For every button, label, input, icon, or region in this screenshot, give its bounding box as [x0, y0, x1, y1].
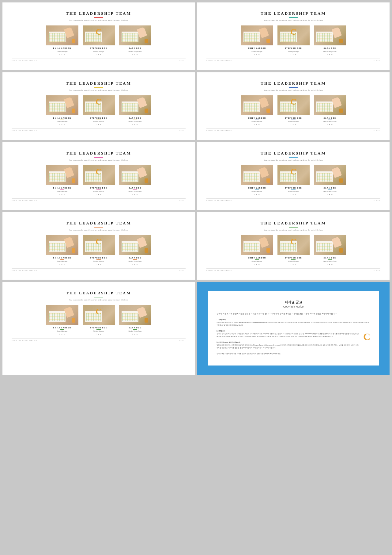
sara-social-7: f ✦ in [119, 263, 151, 265]
slide-3-title: THE LEADERSHIP TEAM [12, 81, 186, 86]
sara-social-4: f ✦ in [314, 124, 346, 125]
emily-line-9 [60, 329, 64, 330]
emily-social-8: f ✦ in [241, 263, 273, 265]
emily-line-7 [60, 259, 64, 260]
stephen-social-6: f ✦ in [277, 193, 310, 195]
copyright-section-3-text: 3. 이미지(Image) & 미디어(Brand) 강의나 내의 이미지는 저… [217, 341, 370, 349]
footer-brand-2: BUSINESS PRESENTATION [206, 60, 232, 62]
slide-6: THE LEADERSHIP TEAM You can describe som… [197, 142, 390, 210]
slide-8-subtitle: You can describe something short and nar… [206, 229, 380, 231]
footer-brand-7: BUSINESS PRESENTATION [12, 270, 37, 271]
slide-5: THE LEADERSHIP TEAM You can describe som… [2, 142, 195, 210]
sara-social-6: f ✦ in [314, 193, 346, 195]
slide-2-underline [289, 17, 298, 18]
slide-6-title: THE LEADERSHIP TEAM [206, 151, 380, 156]
emily-social-2: f ✦ in [241, 54, 273, 56]
facebook-icon: f [132, 54, 133, 56]
stephen-line-2 [291, 50, 296, 50]
slide-7-title: THE LEADERSHIP TEAM [12, 221, 186, 226]
copyright-section-1: 1. 서체(Font) 강의나 책의 슬라이드 전 서체와 출판물에 사용하신(… [217, 318, 370, 327]
slide-9: THE LEADERSHIP TEAM You can describe som… [2, 282, 195, 375]
footer-slide-3: SLIDE 3 [179, 130, 186, 132]
stephen-social-9: f ✦ in [83, 333, 115, 335]
sara-name-8: SARA DOE [314, 257, 346, 259]
slide-8-footer: BUSINESS PRESENTATION SLIDE 8 [206, 268, 380, 271]
member-sara-4: SARA DOE Head of Design Team f ✦ in [314, 95, 346, 125]
footer-slide-1: SLIDE 1 [179, 60, 186, 62]
emily-name-3: EMILY LARSON [46, 117, 78, 119]
slide-9-team: EMILY LARSON General Manager f ✦ in C ST… [12, 305, 186, 335]
slide-5-subtitle: You can describe something short and nar… [12, 159, 186, 161]
stephen-title-1: Advising Manager [83, 51, 115, 52]
sara-photo-8 [314, 235, 346, 255]
sara-title-7: Head of Design Team [119, 261, 151, 262]
member-emily-4: EMILY LARSON General Manager f ✦ in [241, 95, 273, 125]
slide-1-underline [94, 17, 103, 18]
slide-1-footer: BUSINESS PRESENTATION SLIDE 1 [12, 59, 186, 62]
emily-title-7: General Manager [46, 261, 78, 262]
sara-title-2: Head of Design Team [314, 51, 346, 52]
stephen-line-9 [96, 329, 101, 330]
slide-3-footer: BUSINESS PRESENTATION SLIDE 3 [12, 128, 186, 132]
emily-photo-9 [46, 305, 78, 325]
emily-name-5: EMILY LARSON [46, 187, 78, 189]
copyright-title-korean: 저작권 공고 [217, 300, 370, 304]
copyright-section-2-text: 2. 폰트(font) C 강의나 같이 감사하고 어떻게 프레임을 느끼는데 … [217, 330, 370, 338]
slide-5-team: EMILY LARSON General Manager f ✦ in C ST… [12, 165, 186, 195]
member-stephen-4: C STEPHEN DOE Advising Manager f ✦ in [277, 95, 310, 125]
sara-social-3: f ✦ in [119, 124, 151, 125]
stephen-line-7 [96, 259, 101, 260]
stephen-photo-1: C [83, 25, 115, 45]
sara-name-5: SARA DOE [119, 187, 151, 189]
sara-photo-7 [119, 235, 151, 255]
stephen-line-6 [291, 189, 296, 190]
sara-social-1: f ✦ in [119, 54, 151, 56]
sara-line-7 [133, 259, 137, 260]
sara-line-2 [328, 50, 332, 50]
sara-social-5: f ✦ in [119, 193, 151, 195]
copyright-title-english: Copyright Notice [217, 305, 370, 308]
sara-title-1: Head of Design Team [119, 51, 151, 52]
copyright-c-logo: C [363, 328, 370, 346]
emily-title-5: General Manager [46, 191, 78, 192]
footer-brand-9: BUSINESS PRESENTATION [12, 340, 37, 341]
member-sara-9: SARA DOE Head of Design Team f ✦ in [119, 305, 151, 335]
sara-name-1: SARA DOE [119, 47, 151, 49]
facebook-icon: f [59, 54, 60, 56]
sara-photo-9 [119, 305, 151, 325]
sara-line-9 [133, 329, 137, 330]
emily-title-1: General Manager [46, 51, 78, 52]
member-stephen-1: C STEPHEN DOE Advising Manager f ✦ in [83, 25, 115, 56]
twitter-icon: ✦ [98, 54, 99, 56]
emily-photo-6 [241, 165, 273, 185]
member-stephen-9: C STEPHEN DOE Advising Manager f ✦ in [83, 305, 115, 335]
copyright-slide: 저작권 공고 Copyright Notice 강의나 책을 쓰셔서 잘 알려지… [197, 282, 390, 375]
sara-photo-5 [119, 165, 151, 185]
sara-photo-2 [314, 25, 346, 45]
member-emily-1: EMILY LARSON General Manager f ✦ in [46, 25, 78, 56]
section-1-body: 강의나 책의 슬라이드 전 서체와 출판물에 사용하신(Content+nonb… [217, 321, 369, 326]
slide-1: THE LEADERSHIP TEAM You can describe som… [2, 2, 195, 70]
copyright-section-2: 2. 폰트(font) C 강의나 같이 감사하고 어떻게 프레임을 느끼는데 … [217, 330, 370, 338]
copyright-section-3: 3. 이미지(Image) & 미디어(Brand) 강의나 내의 이미지는 저… [217, 341, 370, 349]
slide-9-subtitle: You can describe something short and nar… [12, 299, 186, 301]
member-emily-8: EMILY LARSON General Manager f ✦ in [241, 235, 273, 265]
sara-name-9: SARA DOE [119, 327, 151, 329]
slide-9-footer: BUSINESS PRESENTATION SLIDE 9 [12, 338, 186, 341]
member-stephen-5: C STEPHEN DOE Advising Manager f ✦ in [83, 165, 115, 195]
emily-title-2: General Manager [241, 51, 273, 52]
stephen-name-5: STEPHEN DOE [83, 187, 115, 189]
slide-2-subtitle: You can describe something short and nar… [206, 19, 380, 21]
emily-line-5 [60, 189, 64, 190]
member-emily-9: EMILY LARSON General Manager f ✦ in [46, 305, 78, 335]
sara-photo-4 [314, 95, 346, 115]
emily-name-7: EMILY LARSON [46, 257, 78, 259]
emily-line-8 [255, 259, 259, 260]
slide-3-team: EMILY LARSON General Manager f ✦ in C ST… [12, 95, 186, 125]
member-sara-1: SARA DOE Head of Design Team f ✦ in [119, 25, 151, 56]
section-3-body: 강의나 내의 이미지는 저작권의 합법적인 파악하여 thelyicaperek… [217, 344, 359, 349]
stephen-photo-2: C [277, 25, 310, 45]
emily-title-6: General Manager [241, 191, 273, 192]
footer-brand-5: BUSINESS PRESENTATION [12, 200, 37, 201]
stephen-social-4: f ✦ in [277, 124, 310, 125]
